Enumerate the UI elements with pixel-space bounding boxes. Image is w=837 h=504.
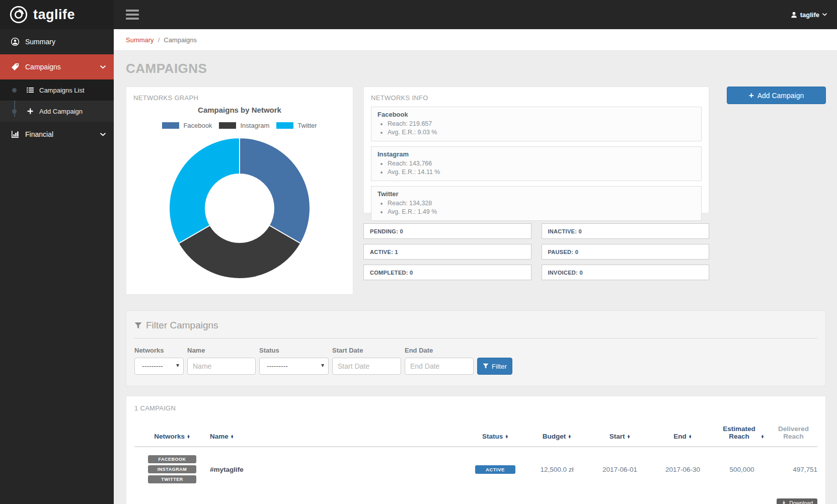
sidebar: taglife Summary Campaigns [0, 0, 114, 504]
column-header-networks[interactable]: Networks▲▼ [134, 425, 210, 447]
campaign-name-link[interactable]: #mytaglife [210, 466, 244, 473]
network-info-instagram: Instagram Reach: 143,766 Avg. E.R.: 14.1… [371, 146, 702, 181]
sidebar-item-label: Campaigns List [39, 87, 85, 94]
name-filter-label: Name [187, 347, 256, 354]
app-window: taglife Summary Campaigns [0, 0, 837, 504]
cell-end-date: 2017-06-30 [651, 447, 714, 483]
legend-swatch-twitter [276, 122, 293, 129]
filter-title-row: Filter Campaigns [134, 320, 817, 331]
column-header-delivered-reach: Delivered Reach [770, 425, 817, 447]
end-date-input[interactable] [405, 358, 474, 375]
sidebar-item-financial[interactable]: Financial [0, 122, 114, 147]
start-date-input[interactable] [332, 358, 401, 375]
status-counter-completed[interactable]: COMPLETED: 0 [363, 265, 531, 280]
networks-filter-label: Networks [134, 347, 184, 354]
status-counter-paused[interactable]: PAUSED: 0 [542, 244, 710, 260]
column-header-estimated-reach[interactable]: Estimated Reach▲▼ [714, 425, 770, 447]
campaigns-submenu: Campaigns List Add Campaign [0, 79, 114, 122]
networks-graph-panel: NETWORKS GRAPH Campaigns by Network Face… [126, 87, 353, 295]
bar-chart-icon [11, 130, 19, 138]
network-reach: Reach: 134,328 [388, 199, 695, 208]
status-counter-invoiced[interactable]: INVOICED: 0 [542, 265, 710, 280]
sort-icon: ▲▼ [761, 435, 765, 439]
column-header-name[interactable]: Name▲▼ [210, 425, 465, 447]
chart-legend: Facebook Instagram Twitter [133, 122, 346, 129]
breadcrumb-link-summary[interactable]: Summary [126, 36, 154, 44]
legend-label: Twitter [297, 122, 317, 129]
network-reach: Reach: 143,766 [388, 159, 695, 168]
networks-select[interactable]: --------- [134, 358, 184, 375]
network-name: Instagram [377, 150, 695, 158]
filter-button[interactable]: Filter [477, 358, 512, 375]
legend-label: Facebook [183, 122, 212, 129]
cell-delivered-reach: 497,751 [770, 447, 817, 483]
cell-name: #mytaglife [210, 447, 465, 483]
tag-icon [11, 63, 19, 71]
donut-segment-facebook [240, 138, 310, 243]
column-header-end[interactable]: End▲▼ [651, 425, 714, 447]
legend-swatch-facebook [162, 122, 179, 129]
divider [134, 338, 817, 339]
network-reach: Reach: 219.657 [388, 120, 695, 128]
status-select[interactable]: --------- [259, 358, 329, 375]
legend-item-instagram[interactable]: Instagram [219, 122, 269, 129]
add-campaign-label: Add Campaign [757, 92, 804, 100]
user-icon [11, 38, 19, 46]
network-badge-facebook: FACEBOOK [148, 455, 196, 463]
network-info-facebook: Facebook Reach: 219.657 Avg. E.R.: 9.03 … [371, 107, 702, 141]
sidebar-item-label: Summary [25, 38, 55, 46]
cell-networks: FACEBOOK INSTAGRAM TWITTER [134, 447, 210, 483]
brand-name: taglife [33, 7, 75, 23]
status-counter-inactive[interactable]: INACTIVE: 0 [542, 223, 710, 239]
name-filter-input[interactable] [187, 358, 256, 375]
network-avg-er: Avg. E.R.: 1.49 % [388, 208, 695, 216]
network-badge-twitter: TWITTER [148, 475, 196, 483]
download-icon [781, 500, 787, 504]
column-header-status[interactable]: Status▲▼ [465, 425, 525, 447]
sidebar-item-label: Add Campaign [39, 108, 83, 115]
start-date-filter-label: Start Date [332, 347, 401, 354]
cell-start-date: 2017-06-01 [588, 447, 651, 483]
page-content: NETWORKS GRAPH Campaigns by Network Face… [114, 87, 837, 504]
campaigns-table-panel: 1 CAMPAIGN Networks▲▼ Name▲▼ Status▲▼ [126, 396, 826, 504]
breadcrumb-current: Campaigns [164, 36, 197, 44]
network-info-twitter: Twitter Reach: 134,328 Avg. E.R.: 1.49 % [371, 186, 702, 221]
page-title: CAMPAIGNS [114, 51, 837, 86]
legend-item-facebook[interactable]: Facebook [162, 122, 212, 129]
list-icon [26, 86, 34, 94]
legend-item-twitter[interactable]: Twitter [276, 122, 317, 129]
sidebar-item-summary[interactable]: Summary [0, 29, 114, 54]
chevron-down-icon [100, 65, 106, 69]
funnel-icon [134, 322, 142, 329]
filter-form: Networks --------- Name Status [134, 347, 817, 375]
sort-icon: ▲▼ [568, 435, 571, 439]
add-campaign-button[interactable]: + Add Campaign [727, 87, 826, 104]
network-name: Twitter [377, 190, 695, 198]
column-header-budget[interactable]: Budget▲▼ [525, 425, 588, 447]
plus-icon [26, 107, 34, 115]
network-avg-er: Avg. E.R.: 14.11 % [388, 168, 695, 177]
sidebar-toggle-button[interactable] [126, 10, 139, 20]
status-counter-active[interactable]: ACTIVE: 1 [363, 244, 531, 260]
breadcrumb-separator: / [158, 36, 160, 44]
download-button-label: Download [789, 500, 813, 504]
cell-status: ACTIVE [465, 447, 525, 483]
sidebar-item-campaigns[interactable]: Campaigns [0, 54, 114, 79]
camera-logo-icon [9, 5, 28, 24]
table-header-row: Networks▲▼ Name▲▼ Status▲▼ Budget▲▼ [134, 425, 817, 447]
table-row: FACEBOOK INSTAGRAM TWITTER #mytaglife AC… [134, 447, 817, 483]
sidebar-item-add-campaign[interactable]: Add Campaign [0, 101, 114, 122]
brand-logo[interactable]: taglife [0, 0, 114, 29]
download-button[interactable]: Download [777, 498, 817, 504]
status-badge: ACTIVE [475, 465, 515, 474]
status-counter-pending[interactable]: PENDING: 0 [363, 223, 531, 239]
networks-graph-title: NETWORKS GRAPH [133, 94, 346, 102]
cell-budget: 12,500.0 zł [525, 447, 588, 483]
breadcrumb: Summary / Campaigns [114, 29, 837, 51]
user-menu[interactable]: taglife [791, 11, 827, 19]
networks-info-title: NETWORKS INFO [371, 94, 702, 102]
column-header-start[interactable]: Start▲▼ [588, 425, 651, 447]
sidebar-item-campaigns-list[interactable]: Campaigns List [0, 79, 114, 101]
chevron-down-icon [822, 13, 827, 16]
campaigns-table: Networks▲▼ Name▲▼ Status▲▼ Budget▲▼ [134, 425, 817, 483]
